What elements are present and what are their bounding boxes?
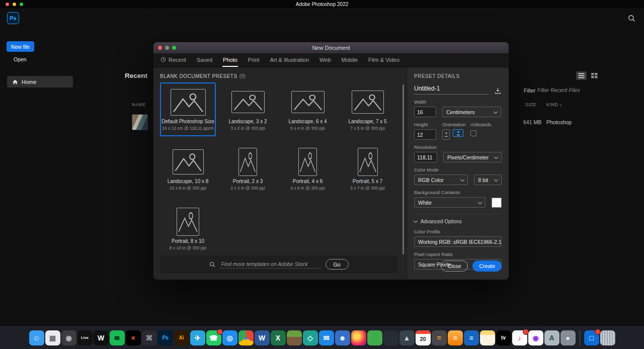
height-input[interactable] [414, 129, 436, 140]
list-view-button[interactable] [576, 71, 587, 80]
preset-card-5[interactable]: Landscape, 10 x 810 x 8 in @ 300 ppi [160, 142, 216, 196]
dock-icon-safari[interactable]: ◎ [222, 330, 237, 345]
tab-web[interactable]: Web [319, 53, 331, 67]
open-button[interactable]: Open [14, 56, 27, 62]
dock-icon-photoshop[interactable]: Ps [158, 330, 173, 345]
bit-depth-select[interactable]: 8 bit [474, 175, 502, 185]
dock-icon-blue-person-app[interactable]: ☻ [335, 330, 350, 345]
dock-icon-word[interactable]: W [255, 330, 270, 345]
resolution-input[interactable] [414, 152, 437, 162]
advanced-options-toggle[interactable]: Advanced Options [414, 214, 502, 224]
dock-icon-x-app[interactable]: × [126, 330, 141, 345]
scrollbar[interactable] [403, 84, 404, 254]
preset-card-4[interactable]: Landscape, 7 x 57 x 5 in @ 300 ppi [340, 82, 395, 136]
tab-film-video[interactable]: Film & Video [368, 53, 400, 67]
zoom-window-button[interactable] [20, 3, 23, 6]
preset-thumbnail [161, 146, 215, 178]
dock-icon-launchpad[interactable]: ▦ [45, 330, 60, 345]
dock-icon-waves[interactable]: W [94, 330, 109, 345]
dock-icon-music[interactable]: ♪ [512, 330, 527, 345]
tab-photo[interactable]: Photo [222, 53, 238, 67]
filter-recent-files-input[interactable] [536, 86, 586, 94]
dock-icon-firefox[interactable] [351, 330, 366, 345]
background-color-swatch[interactable] [492, 198, 502, 208]
dock-icon-trash[interactable] [600, 330, 615, 345]
dock-icon-green-app[interactable] [367, 330, 382, 345]
artboards-checkbox[interactable] [470, 130, 476, 136]
color-mode-select[interactable]: RGB Color [414, 175, 468, 185]
preset-card-1[interactable]: Default Photoshop Size16 x 12 cm @ 118,1… [160, 82, 216, 136]
dock-glyph: ▦ [49, 334, 56, 341]
dock-icon-calculator[interactable]: = [432, 330, 447, 345]
minimize-window-button[interactable] [13, 3, 16, 6]
preset-card-7[interactable]: Portrait, 4 x 64 x 6 in @ 300 ppi [280, 142, 336, 196]
preset-card-3[interactable]: Landscape, 6 x 46 x 4 in @ 300 ppi [280, 82, 336, 136]
list-view-icon [578, 73, 585, 78]
dialog-zoom-button[interactable] [172, 46, 176, 50]
tab-recent[interactable]: Recent [160, 53, 187, 67]
save-preset-icon[interactable] [494, 87, 502, 95]
create-button[interactable]: Create [472, 260, 502, 272]
dock-icon-minecraft[interactable] [287, 330, 302, 345]
dock-icon-podcasts[interactable]: ◉ [528, 330, 543, 345]
go-button[interactable]: Go [326, 259, 349, 270]
dock-icon-mail[interactable]: ✉ [319, 330, 334, 345]
dock-icon-excel[interactable]: X [271, 330, 286, 345]
column-header-kind[interactable]: KIND ↓ [546, 102, 562, 107]
dock-icon-apple-tv[interactable]: tv [496, 330, 511, 345]
preset-card-9[interactable]: Portrait, 8 x 108 x 10 in @ 300 ppi [160, 202, 216, 256]
dock-icon-blue-box-app[interactable]: □ [584, 330, 599, 345]
dock-icon-grey-utility[interactable]: ● [560, 330, 576, 345]
preset-card-6[interactable]: Portrait, 2 x 32 x 3 in @ 300 ppi [220, 142, 276, 196]
dock-icon-photo-booth[interactable]: ◉ [61, 330, 76, 345]
dock-icon-books[interactable]: ≡ [448, 330, 463, 345]
tab-art-illustration[interactable]: Art & Illustration [269, 53, 309, 67]
orientation-label: Orientation [442, 122, 470, 127]
dock-icon-telegram[interactable]: ✈ [190, 330, 205, 345]
stock-search-input[interactable] [220, 260, 320, 269]
preset-card-2[interactable]: Landscape, 3 x 23 x 2 in @ 300 ppi [220, 82, 276, 136]
dock-icon-ableton-live[interactable]: Live [77, 330, 93, 345]
grid-view-button[interactable] [589, 71, 600, 80]
presets-heading: BLANK DOCUMENT PRESETS(9) [160, 73, 246, 79]
notes-icon [480, 330, 495, 345]
document-name-input[interactable] [414, 85, 489, 95]
tab-mobile[interactable]: Mobile [341, 53, 358, 67]
orientation-portrait-button[interactable] [442, 129, 450, 140]
orientation-landscape-button[interactable] [453, 129, 463, 137]
close-button[interactable]: Close [441, 260, 468, 272]
column-header-name[interactable]: NAME [132, 102, 146, 107]
dock-icon-rocket-app[interactable]: ▲ [399, 330, 415, 345]
dock-glyph: A [549, 334, 554, 341]
tab-print[interactable]: Print [248, 53, 260, 67]
dock-icon-calendar[interactable]: 20 [416, 330, 431, 345]
search-icon[interactable] [628, 15, 635, 22]
close-window-button[interactable] [6, 3, 9, 6]
dock-icon-notes[interactable] [480, 330, 495, 345]
dock-icon-illustrator[interactable]: Ai [174, 330, 189, 345]
tab-label: Mobile [342, 57, 358, 63]
color-profile-select[interactable]: Working RGB: sRGB IEC61966-2.1 [414, 236, 502, 247]
background-contents-select[interactable]: White [414, 197, 486, 208]
dock-icon-reminders[interactable]: ≡ [464, 330, 479, 345]
column-header-size[interactable]: SIZE [525, 102, 536, 107]
dock-icon-whatsapp[interactable]: ☎ [206, 330, 221, 345]
dock-icon-spotify[interactable]: ≋ [110, 330, 125, 345]
sidebar-item-home[interactable]: Home [7, 76, 73, 88]
dock-icon-finder[interactable]: ☺ [29, 330, 44, 345]
recent-file-thumbnail[interactable] [132, 114, 148, 130]
preset-card-8[interactable]: Portrait, 5 x 75 x 7 in @ 300 ppi [340, 142, 395, 196]
dock-icon-teal-app[interactable]: ◇ [303, 330, 318, 345]
width-input[interactable] [414, 107, 436, 117]
tab-saved[interactable]: Saved [196, 53, 213, 67]
photo-booth-icon: ◉ [61, 330, 76, 345]
dock-icon-automator[interactable]: A [544, 330, 559, 345]
resolution-units-select[interactable]: Pixels/Centimeter [443, 152, 502, 162]
dock-icon-dark-leaf-app[interactable] [383, 330, 398, 345]
dialog-close-button[interactable] [158, 46, 162, 50]
dock-icon-chrome[interactable]: ● [238, 330, 254, 345]
units-select[interactable]: Centimeters [442, 107, 501, 117]
photo-placeholder-icon [352, 91, 383, 113]
dock-icon-dark-utility[interactable]: ⌘ [142, 330, 157, 345]
new-file-button[interactable]: New file [7, 41, 34, 52]
